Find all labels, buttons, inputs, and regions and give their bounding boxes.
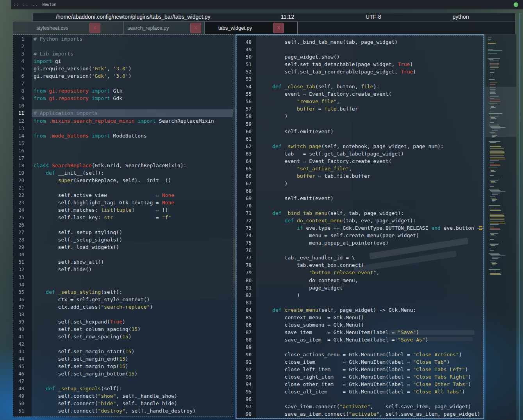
right-line-58[interactable]: 58 )	[237, 113, 483, 120]
right-line-84[interactable]: 84 def create_menu(self, page_widget) ->…	[237, 306, 483, 314]
left-line-17[interactable]: 17	[13, 154, 233, 162]
left-line-40[interactable]: 40 self.set_column_spacing(15)	[13, 325, 233, 333]
titlebar[interactable]: :: :: .. Newton	[11, 0, 523, 9]
right-line-73[interactable]: 73 if eve.type == Gdk.EventType.BUTTON_R…	[237, 224, 483, 232]
right-line-66[interactable]: 66 buffer = tab.file.buffer	[237, 172, 483, 180]
left-line-49[interactable]: 49 self.connect("show", self._handle_sho…	[13, 392, 233, 400]
right-line-57[interactable]: 57 buffer = file.buffer	[237, 105, 483, 113]
left-line-25[interactable]: 25 self.last_key: str = "f"	[13, 214, 233, 221]
left-line-48[interactable]: 48 def _setup_signals(self):	[13, 385, 233, 392]
right-line-71[interactable]: 71 def _bind_tab_menu(self, tab, page_wi…	[237, 209, 483, 217]
left-line-26[interactable]: 26	[13, 221, 233, 229]
tab-search_replace.py[interactable]: search_replace.pyx	[124, 21, 205, 34]
right-line-52[interactable]: 52 self.set_tab_reorderable(page_widget,…	[237, 68, 483, 75]
right-line-91[interactable]: 91 close_item = Gtk.MenuItem(label = "Cl…	[237, 358, 483, 366]
right-line-69[interactable]: 69 self.emit(event)	[237, 195, 483, 202]
left-line-47[interactable]: 47	[13, 377, 233, 385]
left-line-6[interactable]: 6gi.require_version('Gdk', '3.0')	[13, 72, 233, 80]
left-line-22[interactable]: 22 self.active_view = None	[13, 191, 233, 199]
editor-pane-left[interactable]: 1# Python imports2 3# Lib imports4import…	[13, 34, 233, 417]
left-line-12[interactable]: 12from .mixins.search_replace_mixin impo…	[13, 117, 233, 125]
minimap-viewport-handle[interactable]	[486, 87, 516, 137]
left-line-27[interactable]: 27 self._setup_styling()	[13, 229, 233, 236]
left-line-28[interactable]: 28 self._setup_signals()	[13, 236, 233, 243]
right-line-95[interactable]: 95 close_all_item = Gtk.MenuItem(label =…	[237, 388, 483, 395]
left-line-43[interactable]: 43 self.set_margin_start(15)	[13, 348, 233, 355]
right-line-61[interactable]: 61	[237, 135, 483, 143]
right-line-81[interactable]: 81 page_widget	[237, 284, 483, 291]
left-line-45[interactable]: 45 self.set_margin_top(15)	[13, 363, 233, 370]
right-line-51[interactable]: 51 self.set_tab_detachable(page_widget, …	[237, 61, 483, 68]
left-line-3[interactable]: 3# Lib imports	[13, 50, 233, 57]
left-line-10[interactable]: 10	[13, 102, 233, 109]
right-line-53[interactable]: 53	[237, 75, 483, 83]
left-line-2[interactable]: 2	[13, 43, 233, 50]
left-line-7[interactable]: 7	[13, 80, 233, 87]
right-line-50[interactable]: 50 page_widget.show()	[237, 53, 483, 61]
right-line-96[interactable]: 96	[237, 395, 483, 403]
tab-tabs_widget.py[interactable]: tabs_widget.pyx	[205, 21, 298, 34]
left-line-15[interactable]: 15	[13, 139, 233, 147]
left-line-36[interactable]: 36 ctx = self.get_style_context()	[13, 296, 233, 303]
right-line-60[interactable]: 60 self.emit(event)	[237, 128, 483, 135]
left-line-16[interactable]: 16	[13, 147, 233, 154]
left-line-37[interactable]: 37 ctx.add_class("search-replace")	[13, 303, 233, 311]
left-line-50[interactable]: 50 self.connect("hide", self._handle_hid…	[13, 400, 233, 407]
left-line-42[interactable]: 42	[13, 340, 233, 348]
workspace-indicator-icon[interactable]: :: :: ..	[13, 2, 38, 7]
right-line-72[interactable]: 72 def do_context_menu(tab, eve, page_wi…	[237, 217, 483, 224]
left-line-1[interactable]: 1# Python imports	[13, 35, 233, 43]
right-line-87[interactable]: 87 save_item = Gtk.MenuItem(label = "Sav…	[237, 329, 483, 336]
minimap[interactable]	[486, 34, 516, 420]
right-line-68[interactable]: 68	[237, 187, 483, 195]
right-line-79[interactable]: 79 "button-release-event",	[237, 269, 483, 276]
right-line-77[interactable]: 77 tab._eve_handler_id = \	[237, 254, 483, 261]
left-line-21[interactable]: 21	[13, 184, 233, 191]
left-line-19[interactable]: 19 def __init__(self):	[13, 169, 233, 177]
left-line-11[interactable]: 11# Application imports	[13, 109, 233, 117]
left-line-41[interactable]: 41 self.set_row_spacing(15)	[13, 333, 233, 340]
right-line-90[interactable]: 90 close_actions_menu = Gtk.MenuItem(lab…	[237, 351, 483, 358]
left-line-20[interactable]: 20 super(SearchReplace, self).__init__()	[13, 177, 233, 184]
right-line-86[interactable]: 86 close_submenu = Gtk.Menu()	[237, 321, 483, 329]
left-line-9[interactable]: 9from gi.repository import Gdk	[13, 95, 233, 102]
right-line-82[interactable]: 82 )	[237, 291, 483, 299]
right-line-70[interactable]: 70	[237, 202, 483, 209]
left-line-14[interactable]: 14from .mode_buttons import ModeButtons	[13, 132, 233, 139]
right-line-67[interactable]: 67 )	[237, 180, 483, 187]
right-line-89[interactable]: 89	[237, 343, 483, 351]
right-line-83[interactable]: 83	[237, 299, 483, 306]
left-line-33[interactable]: 33	[13, 273, 233, 281]
right-line-62[interactable]: 62 def _switch_page(self, notebook, page…	[237, 143, 483, 150]
left-line-29[interactable]: 29 self._load_widgets()	[13, 243, 233, 251]
left-line-39[interactable]: 39 self.set_hexpand(True)	[13, 318, 233, 325]
right-line-88[interactable]: 88 save_as_item = Gtk.MenuItem(label = "…	[237, 336, 483, 343]
right-line-49[interactable]: 49	[237, 46, 483, 53]
right-line-55[interactable]: 55 event = Event_Factory.create_event(	[237, 90, 483, 98]
left-line-51[interactable]: 51 self.connect("destroy", self._handle_…	[13, 407, 233, 415]
right-line-97[interactable]: 97 save_item.connect("activate", self.sa…	[237, 403, 483, 410]
left-line-8[interactable]: 8from gi.repository import Gtk	[13, 87, 233, 95]
left-line-31[interactable]: 31 self.show_all()	[13, 258, 233, 266]
left-line-24[interactable]: 24 self.matches: list[tuple] = []	[13, 206, 233, 214]
left-line-46[interactable]: 46 self.set_margin_bottom(15)	[13, 370, 233, 377]
left-line-30[interactable]: 30	[13, 251, 233, 258]
tab-close-icon[interactable]: x	[273, 23, 284, 33]
left-line-5[interactable]: 5gi.require_version('Gtk', '3.0')	[13, 65, 233, 72]
right-line-93[interactable]: 93 close_right_item = Gtk.MenuItem(label…	[237, 373, 483, 381]
left-line-35[interactable]: 35 def _setup_styling(self):	[13, 288, 233, 296]
right-line-80[interactable]: 80 do_context_menu,	[237, 277, 483, 284]
right-line-54[interactable]: 54 def _close_tab(self, button, file):	[237, 83, 483, 90]
right-line-94[interactable]: 94 close_other_item = Gtk.MenuItem(label…	[237, 381, 483, 388]
right-line-75[interactable]: 75 menu.popup_at_pointer(eve)	[237, 239, 483, 247]
left-line-4[interactable]: 4import gi	[13, 57, 233, 65]
right-line-64[interactable]: 64 event = Event_Factory.create_event(	[237, 157, 483, 165]
left-line-13[interactable]: 13	[13, 125, 233, 132]
right-line-98[interactable]: 98 save_as_item.connect("activate", self…	[237, 410, 483, 418]
left-line-34[interactable]: 34	[13, 281, 233, 288]
right-line-63[interactable]: 63 tab = self.get_tab_label(page_widget)	[237, 150, 483, 157]
left-line-23[interactable]: 23 self.highlight_tag: Gtk.TextTag = Non…	[13, 199, 233, 206]
editor-pane-right[interactable]: 48 self._bind_tab_menu(tab, page_widget)…	[236, 35, 484, 418]
right-line-48[interactable]: 48 self._bind_tab_menu(tab, page_widget)	[237, 38, 483, 46]
right-line-85[interactable]: 85 context_menu = Gtk.Menu()	[237, 314, 483, 321]
